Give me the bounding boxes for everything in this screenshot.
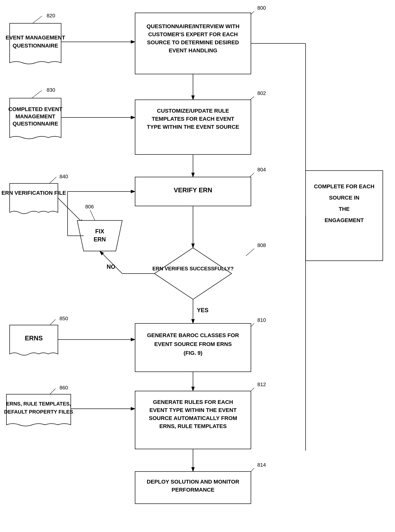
node-812-text2: EVENT TYPE WITHIN THE EVENT bbox=[149, 407, 236, 413]
node-810-text1: GENERATE BAROC CLASSES FOR bbox=[147, 332, 239, 338]
node-802-text1: CUSTOMIZE/UPDATE RULE bbox=[157, 108, 229, 114]
label-808: 808 bbox=[257, 242, 266, 248]
node-840-text: ERN VERIFICATION FILE bbox=[1, 190, 66, 196]
node-810-text2: EVENT SOURCE FROM ERNS bbox=[154, 341, 232, 347]
arrow-no-to-fix bbox=[100, 251, 122, 274]
label-820: 820 bbox=[47, 13, 55, 18]
node-814-text1: DEPLOY SOLUTION AND MONITOR bbox=[147, 479, 239, 485]
node-830-text3: QUESTIONNAIRE bbox=[12, 121, 58, 127]
node-812-text1: GENERATE RULES FOR EACH bbox=[153, 399, 233, 405]
label-812: 812 bbox=[257, 382, 266, 387]
node-814-text2: PERFORMANCE bbox=[172, 487, 214, 493]
node-810-text3: (FIG. 9) bbox=[183, 350, 202, 356]
arrow-840-fix bbox=[58, 198, 84, 224]
complete-text3: THE bbox=[339, 206, 350, 212]
node-840 bbox=[10, 183, 58, 214]
node-820-text1: EVENT MANAGEMENT bbox=[6, 34, 65, 41]
fix-ern-text2: ERN bbox=[93, 236, 106, 243]
label-840: 840 bbox=[60, 174, 68, 179]
label-850: 850 bbox=[60, 316, 68, 321]
complete-text2: SOURCE IN bbox=[329, 194, 359, 201]
node-800-text2: CUSTOMER'S EXPERT FOR EACH bbox=[148, 31, 238, 37]
node-860-text1: ERNS, RULE TEMPLATES, bbox=[6, 401, 71, 407]
node-860-text2: DEFAULT PROPERTY FILES bbox=[4, 409, 73, 415]
node-800-text1: QUESTIONNAIRE/INTERVIEW WITH bbox=[147, 23, 239, 29]
label-802: 802 bbox=[257, 90, 266, 96]
node-fix-ern bbox=[77, 221, 122, 251]
fix-ern-text: FIX bbox=[95, 228, 104, 235]
node-804-text: VERIFY ERN bbox=[174, 187, 212, 194]
label-806: 806 bbox=[85, 204, 94, 210]
node-808 bbox=[154, 248, 232, 299]
node-802-text2: TEMPLATES FOR EACH EVENT bbox=[152, 116, 234, 122]
label-800: 800 bbox=[257, 5, 266, 11]
node-802-text3: TYPE WITHIN THE EVENT SOURCE bbox=[147, 124, 239, 130]
label-830: 830 bbox=[47, 87, 55, 93]
node-800-text3: SOURCE TO DETERMINE DESIRED bbox=[147, 39, 239, 45]
svg-line-7 bbox=[90, 210, 95, 221]
label-860: 860 bbox=[60, 385, 68, 391]
node-810 bbox=[135, 323, 251, 372]
yes-label: YES bbox=[197, 307, 208, 313]
no-label: NO bbox=[107, 263, 115, 270]
label-810: 810 bbox=[257, 317, 266, 323]
svg-line-8 bbox=[246, 249, 254, 256]
node-830-text2: MANAGEMENT bbox=[16, 113, 55, 119]
node-812-text3: SOURCE AUTOMATICALLY FROM bbox=[149, 415, 237, 421]
node-800-text4: EVENT HANDLING bbox=[169, 47, 217, 53]
node-850-text: ERNS bbox=[25, 335, 43, 342]
complete-text4: ENGAGEMENT bbox=[324, 217, 364, 223]
node-830-text1: COMPLETED EVENT bbox=[8, 106, 62, 112]
diagram-container: 820 EVENT MANAGEMENT QUESTIONNAIRE 800 Q… bbox=[0, 0, 395, 532]
complete-text1: COMPLETE FOR EACH bbox=[314, 183, 374, 189]
node-808-text1: ERN VERIFIES SUCCESSFULLY? bbox=[152, 266, 234, 272]
label-814: 814 bbox=[257, 462, 266, 468]
node-820-text2: QUESTIONNAIRE bbox=[12, 43, 58, 49]
node-812-text4: ERNS, RULE TEMPLATES bbox=[159, 423, 227, 429]
label-804: 804 bbox=[257, 167, 266, 172]
